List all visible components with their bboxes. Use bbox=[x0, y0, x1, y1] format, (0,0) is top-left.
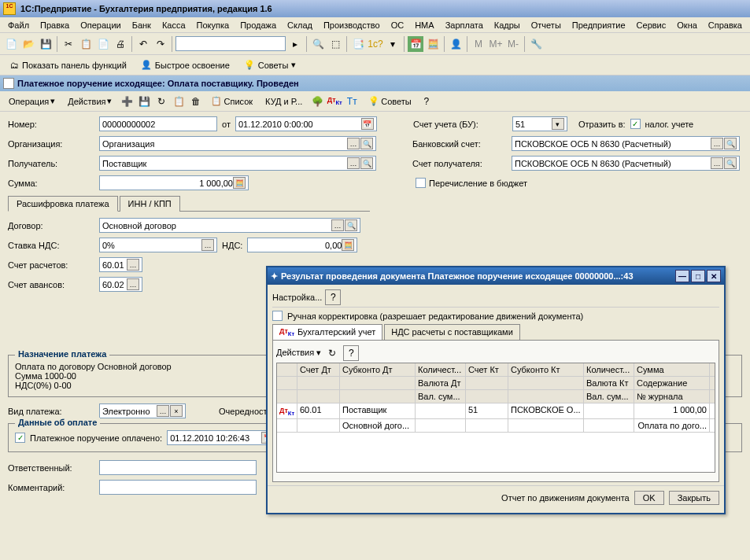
tool2-icon[interactable]: 📑 bbox=[350, 36, 366, 52]
calc-icon[interactable]: 🧮 bbox=[342, 239, 354, 251]
menu-windows[interactable]: Окна bbox=[672, 19, 702, 31]
help4-icon[interactable]: ? bbox=[343, 345, 359, 361]
open-icon[interactable]: 📂 bbox=[20, 36, 36, 52]
tb-save-icon[interactable]: 💾 bbox=[136, 94, 152, 109]
maximize-icon[interactable]: □ bbox=[691, 270, 705, 282]
kud-button[interactable]: КУД и Р... bbox=[260, 94, 308, 109]
tb-new-icon[interactable]: ➕ bbox=[119, 94, 135, 109]
m-plus-icon[interactable]: M+ bbox=[488, 36, 504, 52]
select-icon[interactable]: … bbox=[157, 405, 169, 417]
lookup-icon[interactable]: 🔍 bbox=[345, 219, 357, 231]
show-panel-button[interactable]: 🗂Показать панель функций bbox=[5, 58, 132, 72]
lookup-icon[interactable]: 🔍 bbox=[724, 157, 737, 169]
cut-icon[interactable]: ✂ bbox=[61, 36, 76, 52]
help2-icon[interactable]: ? bbox=[419, 94, 434, 109]
paid-date-input[interactable]: 01.12.2010 10:26:43📅 bbox=[167, 430, 277, 445]
search-field[interactable] bbox=[175, 36, 286, 51]
operation-dropdown[interactable]: Операция ▾ bbox=[3, 94, 61, 109]
tb-copy-icon[interactable]: 📋 bbox=[171, 94, 187, 109]
lookup-icon[interactable]: 🔍 bbox=[360, 138, 373, 149]
new-icon[interactable]: 📄 bbox=[3, 36, 19, 52]
org-input[interactable]: Организация…🔍 bbox=[99, 136, 376, 151]
calc-icon[interactable]: 🧮 bbox=[233, 177, 246, 189]
m-minus-icon[interactable]: M- bbox=[505, 36, 521, 52]
tool1-icon[interactable]: ⬚ bbox=[327, 36, 343, 52]
select-icon[interactable]: … bbox=[711, 157, 723, 169]
dlg-actions-dropdown[interactable]: Действия ▾ bbox=[276, 348, 321, 358]
menu-reports[interactable]: Отчеты bbox=[526, 19, 566, 31]
comment-input[interactable] bbox=[99, 480, 257, 495]
menu-production[interactable]: Производство bbox=[319, 19, 385, 31]
racct-input[interactable]: ПСКОВСКОЕ ОСБ N 8630 (Расчетный)…🔍 bbox=[512, 156, 740, 171]
list-button[interactable]: 📋 Список bbox=[205, 94, 258, 109]
save-icon[interactable]: 💾 bbox=[38, 36, 54, 52]
menu-operations[interactable]: Операции bbox=[76, 19, 125, 31]
dropdown-icon[interactable]: ▾ bbox=[552, 118, 564, 130]
dtkt-icon[interactable]: ДтКт bbox=[327, 94, 342, 109]
tab-breakdown[interactable]: Расшифровка платежа bbox=[8, 196, 118, 212]
menu-enterprise[interactable]: Предприятие bbox=[567, 19, 630, 31]
nds-value-input[interactable]: 0,00🧮 bbox=[247, 238, 357, 252]
budget-checkbox[interactable] bbox=[416, 178, 426, 188]
help3-icon[interactable]: ? bbox=[325, 289, 341, 305]
responsible-input[interactable] bbox=[99, 460, 257, 475]
nalog-checkbox[interactable]: ✓ bbox=[630, 119, 641, 129]
paste-icon[interactable]: 📄 bbox=[95, 36, 111, 52]
date-input[interactable]: 01.12.2010 0:00:00📅 bbox=[235, 116, 377, 131]
clear-icon[interactable]: × bbox=[170, 405, 183, 417]
sum-input[interactable]: 1 000,00🧮 bbox=[99, 175, 249, 190]
advance-acct-input[interactable]: 60.02… bbox=[99, 277, 142, 292]
chevron-down-icon[interactable]: ▾ bbox=[385, 36, 401, 52]
table-row[interactable]: ДтКт 60.01 Поставщик 51 ПСКОВСКОЕ О... 1… bbox=[277, 403, 715, 419]
acct-input[interactable]: 51▾ bbox=[512, 116, 567, 131]
menu-purchase[interactable]: Покупка bbox=[192, 19, 235, 31]
menu-warehouse[interactable]: Склад bbox=[283, 19, 317, 31]
lookup-icon[interactable]: 🔍 bbox=[724, 138, 737, 149]
menu-file[interactable]: Файл bbox=[3, 19, 34, 31]
help-icon[interactable]: 1c? bbox=[368, 36, 383, 52]
calendar-picker-icon[interactable]: 📅 bbox=[361, 118, 374, 130]
tips-button[interactable]: 💡Советы▾ bbox=[238, 57, 301, 72]
select-icon[interactable]: … bbox=[711, 138, 723, 149]
tab-inn-kpp[interactable]: ИНН / КПП bbox=[120, 196, 180, 212]
number-input[interactable]: 00000000002 bbox=[99, 116, 217, 131]
refresh-icon[interactable]: ↻ bbox=[324, 345, 340, 361]
lookup-icon[interactable]: 🔍 bbox=[360, 157, 373, 169]
chart-icon[interactable]: Tт bbox=[344, 94, 360, 109]
manual-checkbox[interactable] bbox=[272, 311, 283, 321]
menu-service[interactable]: Сервис bbox=[632, 19, 671, 31]
tab-vat[interactable]: НДС расчеты с поставщиками bbox=[384, 324, 520, 340]
select-icon[interactable]: … bbox=[127, 278, 139, 290]
select-icon[interactable]: … bbox=[331, 219, 344, 231]
table-row[interactable]: Основной дого... Оплата по дого... bbox=[277, 419, 715, 433]
actions-dropdown[interactable]: Действия ▾ bbox=[62, 94, 117, 109]
menu-bank[interactable]: Банк bbox=[127, 19, 156, 31]
bank-input[interactable]: ПСКОВСКОЕ ОСБ N 8630 (Расчетный)…🔍 bbox=[512, 136, 740, 151]
select-icon[interactable]: … bbox=[347, 138, 360, 149]
select-icon[interactable]: … bbox=[201, 239, 214, 251]
m-icon[interactable]: M bbox=[471, 36, 486, 52]
nds-rate-input[interactable]: 0%… bbox=[99, 238, 217, 252]
calc-icon[interactable]: 🧮 bbox=[425, 36, 441, 52]
undo-icon[interactable]: ↶ bbox=[135, 36, 151, 52]
settings-link[interactable]: Настройка... bbox=[272, 293, 322, 302]
pay-kind-input[interactable]: Электронно…× bbox=[99, 403, 186, 418]
quick-learn-button[interactable]: 👤Быстрое освоение bbox=[135, 57, 235, 72]
print-icon[interactable]: 🖨 bbox=[113, 36, 128, 52]
menu-salary[interactable]: Зарплата bbox=[441, 19, 488, 31]
menu-edit[interactable]: Правка bbox=[35, 19, 74, 31]
tb-post-icon[interactable]: ↻ bbox=[153, 94, 169, 109]
menu-os[interactable]: ОС bbox=[386, 19, 409, 31]
dialog-titlebar[interactable]: ✦ Результат проведения документа Платежн… bbox=[268, 267, 724, 285]
close-button[interactable]: Закрыть bbox=[669, 491, 719, 505]
menu-help[interactable]: Справка bbox=[704, 19, 747, 31]
menu-hr[interactable]: Кадры bbox=[490, 19, 525, 31]
minimize-icon[interactable]: — bbox=[675, 270, 689, 282]
redo-icon[interactable]: ↷ bbox=[153, 36, 168, 52]
close-icon[interactable]: ✕ bbox=[707, 270, 721, 282]
postings-grid[interactable]: Счет Дт Субконто Дт Количест... Счет Кт … bbox=[276, 363, 715, 473]
tb-del-icon[interactable]: 🗑 bbox=[188, 94, 204, 109]
find-icon[interactable]: 🔍 bbox=[310, 36, 326, 52]
settle-acct-input[interactable]: 60.01… bbox=[99, 257, 142, 272]
select-icon[interactable]: … bbox=[127, 259, 139, 271]
